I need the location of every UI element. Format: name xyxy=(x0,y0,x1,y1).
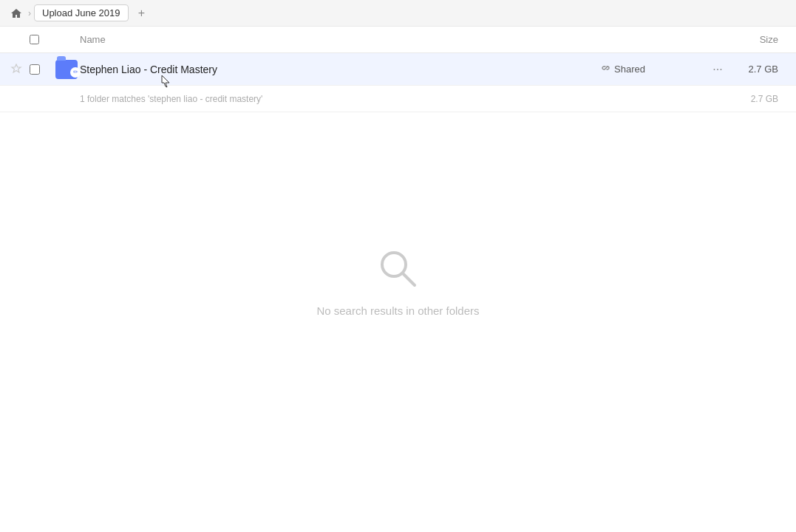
checkbox-column-header xyxy=(30,35,53,44)
folder-icon-cell: ✏ xyxy=(53,60,80,79)
pen-icon: ✏ xyxy=(70,67,81,78)
empty-state-text: No search results in other folders xyxy=(316,304,479,317)
home-button[interactable] xyxy=(6,3,27,24)
row-checkbox-cell xyxy=(30,64,53,75)
link-icon xyxy=(601,63,611,75)
select-all-checkbox[interactable] xyxy=(30,35,39,44)
file-size-cell: 2.7 GB xyxy=(731,64,790,75)
star-icon xyxy=(10,64,22,75)
breadcrumb-tab[interactable]: Upload June 2019 xyxy=(34,4,129,21)
match-summary-row: 1 folder matches 'stephen liao - credit … xyxy=(0,86,796,112)
empty-state: No search results in other folders xyxy=(0,112,796,317)
shared-badge[interactable]: Shared xyxy=(601,63,704,75)
breadcrumb-chevron: › xyxy=(28,8,31,18)
add-tab-icon: + xyxy=(138,7,145,20)
home-icon xyxy=(10,7,22,19)
file-row[interactable]: ✏ Stephen Liao - Credit Mastery Shared ·… xyxy=(0,53,796,86)
match-text: 1 folder matches 'stephen liao - credit … xyxy=(6,94,731,104)
size-column-header[interactable]: Size xyxy=(731,34,790,45)
breadcrumb-title: Upload June 2019 xyxy=(42,7,120,18)
row-checkbox[interactable] xyxy=(30,64,40,75)
add-tab-button[interactable]: + xyxy=(133,4,151,22)
svg-line-1 xyxy=(403,273,415,285)
name-column-header[interactable]: Name xyxy=(80,34,601,45)
search-icon-large xyxy=(375,245,422,293)
header-bar: › Upload June 2019 + xyxy=(0,0,796,27)
match-size: 2.7 GB xyxy=(731,94,790,104)
shared-label: Shared xyxy=(614,64,645,75)
more-options-button[interactable]: ··· xyxy=(704,56,731,83)
column-header-row: Name Size xyxy=(0,27,796,53)
file-name-cell[interactable]: Stephen Liao - Credit Mastery xyxy=(80,64,601,75)
folder-icon: ✏ xyxy=(55,60,78,79)
star-button[interactable] xyxy=(6,59,27,80)
star-cell xyxy=(6,59,30,80)
